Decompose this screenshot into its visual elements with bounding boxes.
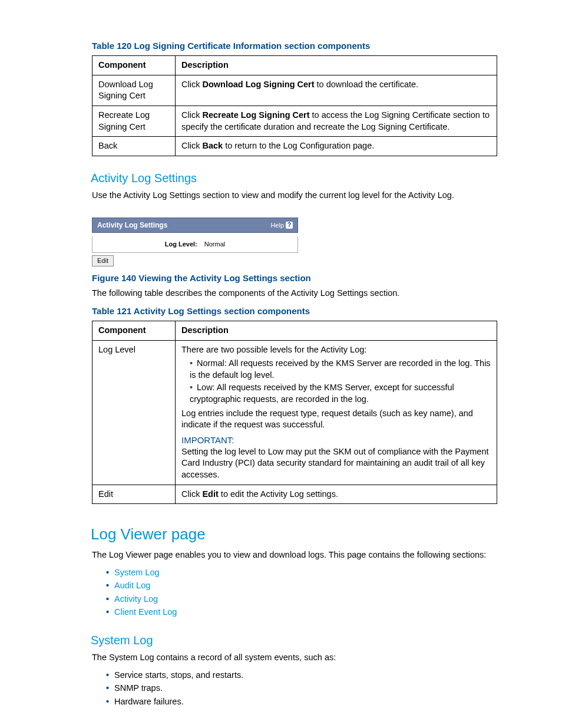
system-log-intro: The System Log contains a record of all … [92,652,497,664]
cell-component: Download Log Signing Cert [92,75,176,106]
list-item: Hardware failures. [106,696,497,708]
cell-component: Log Level [92,340,176,485]
loglevel-intro: There are two possible levels for the Ac… [181,344,491,356]
table-121-caption: Table 121 Activity Log Settings section … [92,305,497,317]
table-120: Component Description Download Log Signi… [92,55,497,156]
after-figure-text: The following table describes the compon… [92,288,497,299]
link-activity-log[interactable]: Activity Log [114,594,158,604]
log-viewer-intro: The Log Viewer page enables you to view … [92,549,497,561]
list-item: Audit Log [106,580,497,592]
figure-140-caption: Figure 140 Viewing the Activity Log Sett… [92,272,497,284]
table-row: Edit Click Edit to edit the Activity Log… [92,485,497,504]
edit-button[interactable]: Edit [92,255,114,266]
table-row: Download Log Signing Cert Click Download… [92,75,497,106]
cell-description: Click Edit to edit the Activity Log sett… [176,485,497,504]
help-link[interactable]: Help ? [270,221,293,230]
table-120-header-component: Component [92,56,176,75]
cell-description: Click Recreate Log Signing Cert to acces… [176,106,497,136]
log-viewer-links: System Log Audit Log Activity Log Client… [92,567,497,618]
link-system-log[interactable]: System Log [114,568,160,577]
help-label: Help [270,221,284,230]
cell-component: Back [92,137,176,156]
table-row: Recreate Log Signing Cert Click Recreate… [92,106,497,136]
list-item: SNMP traps. [106,683,497,694]
list-item: Service starts, stops, and restarts. [106,670,497,681]
list-item: System Log [106,567,497,579]
important-text: Setting the log level to Low may put the… [181,446,491,481]
loglevel-middle: Log entries include the request type, re… [181,408,491,431]
cell-description: Click Download Log Signing Cert to downl… [176,75,497,106]
table-121: Component Description Log Level There ar… [92,321,497,504]
cell-component: Edit [92,485,176,504]
list-item: Low: All requests received by the KMS Se… [190,382,491,405]
table-row: Back Click Back to return to the Log Con… [92,137,497,156]
widget-title: Activity Log Settings [97,220,167,230]
system-log-list: Service starts, stops, and restarts. SNM… [92,670,497,708]
list-item: Normal: All requests received by the KMS… [190,358,491,381]
link-client-event-log[interactable]: Client Event Log [114,607,177,617]
cell-component: Recreate Log Signing Cert [92,106,176,136]
activity-settings-intro: Use the Activity Log Settings section to… [92,190,497,202]
widget-header: Activity Log Settings Help ? [92,218,298,233]
system-log-heading: System Log [91,633,497,648]
link-audit-log[interactable]: Audit Log [114,581,150,590]
table-120-header-description: Description [176,56,497,75]
table-row: Log Level There are two possible levels … [92,340,497,485]
widget-body: Log Level: Normal [92,236,298,253]
list-item: Activity Log [106,594,497,605]
list-item: Client Event Log [106,607,497,618]
cell-description: There are two possible levels for the Ac… [176,340,497,485]
log-viewer-page-heading: Log Viewer page [91,524,497,545]
log-level-label: Log Level: [165,240,197,249]
log-level-value: Normal [204,240,225,249]
table-121-header-component: Component [92,321,176,341]
cell-description: Click Back to return to the Log Configur… [176,137,497,156]
help-icon: ? [286,222,293,229]
activity-log-settings-heading: Activity Log Settings [91,170,497,186]
table-120-caption: Table 120 Log Signing Certificate Inform… [92,40,497,52]
table-121-header-description: Description [176,321,497,341]
activity-log-settings-widget: Activity Log Settings Help ? Log Level: … [92,218,298,266]
important-label: IMPORTANT: [181,434,491,446]
